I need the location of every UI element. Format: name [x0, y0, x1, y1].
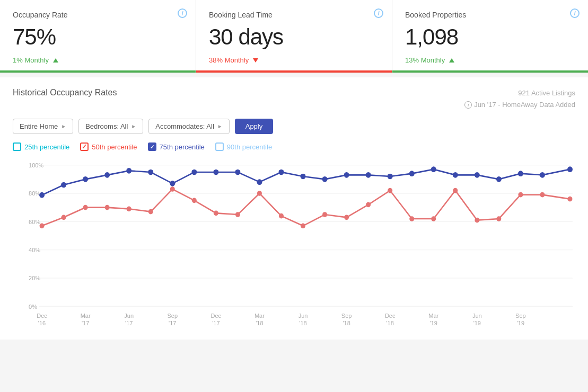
- legend: 25th percentile ✓ 50th percentile ✓ 75th…: [13, 142, 575, 151]
- p50-dot-9: [235, 212, 240, 218]
- p75-dot-11: [278, 170, 284, 175]
- p50-dot-10: [257, 191, 262, 197]
- legend-75th-label: 75th percentile: [160, 143, 205, 151]
- p75-dot-7: [191, 170, 197, 175]
- y-label-20: 20%: [29, 275, 40, 281]
- legend-25th[interactable]: 25th percentile: [13, 142, 69, 151]
- x-label-dec17-year: '17: [212, 320, 220, 326]
- x-label-dec18: Dec: [385, 313, 396, 319]
- p50-dot-20: [475, 218, 479, 223]
- booked-properties-trend-icon: [449, 58, 454, 63]
- p50-dot-16: [388, 188, 392, 193]
- p75-dot-22: [518, 171, 523, 177]
- x-label-jun19: Jun: [472, 313, 482, 319]
- legend-90th[interactable]: 90th percentile: [215, 142, 272, 151]
- p75-dot-12: [301, 174, 306, 180]
- booking-lead-time-bar: [196, 70, 392, 73]
- legend-50th[interactable]: ✓ 50th percentile: [80, 142, 137, 151]
- p75-dot-5: [148, 170, 153, 175]
- p50-dot-0: [40, 224, 45, 229]
- p75-dot-6: [170, 181, 175, 186]
- p75-dot-21: [496, 176, 502, 182]
- x-label-sep18: Sep: [341, 313, 352, 319]
- legend-90th-checkbox[interactable]: [215, 142, 224, 151]
- chart-header: Historical Occupancy Rates 921 Active Li…: [13, 88, 575, 110]
- property-type-chevron-icon: ►: [61, 123, 66, 129]
- p75-dot-20: [475, 172, 480, 178]
- p75-dot-19: [453, 172, 458, 178]
- p50-dot-14: [344, 215, 349, 220]
- x-label-jun17: Jun: [124, 313, 134, 319]
- booked-properties-value: 1,098: [405, 24, 575, 50]
- legend-25th-checkbox[interactable]: [13, 142, 21, 151]
- p50-dot-18: [431, 217, 436, 222]
- p75-dot-15: [366, 172, 371, 178]
- legend-25th-label: 25th percentile: [24, 143, 69, 151]
- p50-dot-11: [279, 213, 284, 219]
- booking-lead-time-monthly: 38% Monthly: [209, 56, 379, 64]
- p75-dot-1: [61, 182, 66, 188]
- x-label-sep17: Sep: [168, 313, 178, 319]
- p75-dot-18: [431, 167, 436, 173]
- legend-75th[interactable]: ✓ 75th percentile: [148, 142, 205, 151]
- accommodates-filter[interactable]: Accommodates: All ►: [148, 119, 229, 134]
- x-label-mar17: Mar: [81, 313, 91, 319]
- bedrooms-chevron-icon: ►: [131, 123, 136, 129]
- p50-dot-24: [567, 197, 572, 202]
- apply-button[interactable]: Apply: [235, 119, 274, 134]
- x-label-jun17-year: '17: [125, 320, 133, 326]
- line-chart: 100% 80% 60% 40% 20% 0%: [13, 159, 575, 329]
- p50-dot-19: [453, 188, 458, 193]
- booking-lead-time-title: Booking Lead Time: [209, 11, 379, 19]
- y-label-40: 40%: [29, 247, 40, 253]
- booking-lead-time-trend-icon: [253, 58, 258, 63]
- legend-50th-checkbox[interactable]: ✓: [80, 142, 89, 151]
- p75-dot-16: [388, 174, 393, 180]
- chart-svg: 100% 80% 60% 40% 20% 0%: [13, 159, 575, 329]
- data-note-icon: i: [464, 101, 472, 109]
- p50-dot-13: [322, 212, 327, 218]
- p50-dot-1: [62, 215, 66, 220]
- p75-dot-17: [409, 171, 415, 177]
- booked-properties-info-icon[interactable]: i: [570, 8, 580, 18]
- p75-dot-0: [39, 192, 45, 198]
- p50-dot-4: [127, 207, 131, 212]
- bedrooms-filter[interactable]: Bedrooms: All ►: [78, 119, 143, 134]
- x-label-dec17: Dec: [211, 313, 222, 319]
- accommodates-chevron-icon: ►: [217, 123, 223, 129]
- property-type-filter[interactable]: Entire Home ►: [13, 119, 73, 134]
- x-label-sep18-year: '18: [343, 320, 350, 326]
- bedrooms-label: Bedrooms: All: [85, 122, 128, 130]
- legend-75th-checkbox[interactable]: ✓: [148, 142, 156, 151]
- booking-lead-time-card: i Booking Lead Time 30 days 38% Monthly: [196, 0, 392, 73]
- booked-properties-monthly: 13% Monthly: [405, 56, 575, 64]
- occupancy-rate-value: 75%: [13, 24, 183, 50]
- p50-dot-17: [409, 217, 414, 222]
- p75-dot-23: [540, 172, 545, 178]
- occupancy-rate-info-icon[interactable]: i: [178, 8, 187, 18]
- x-label-jun19-year: '19: [473, 320, 481, 326]
- occupancy-rate-trend-icon: [53, 58, 58, 63]
- x-label-jun18: Jun: [299, 313, 308, 319]
- p75-line: [42, 170, 570, 195]
- occupancy-rate-title: Occupancy Rate: [13, 11, 183, 19]
- p75-dot-10: [257, 180, 262, 185]
- booking-lead-time-value: 30 days: [209, 24, 379, 50]
- booked-properties-title: Booked Properties: [405, 11, 575, 19]
- p75-dot-13: [322, 176, 328, 182]
- data-note: i Jun '17 - HomeAway Data Added: [464, 100, 575, 111]
- occupancy-rate-bar: [0, 70, 196, 73]
- p75-dot-2: [83, 176, 88, 182]
- p75-dot-8: [213, 170, 218, 175]
- p50-dot-22: [518, 192, 523, 198]
- x-label-dec16-year: '16: [38, 320, 46, 326]
- x-label-jun18-year: '18: [299, 320, 306, 326]
- booking-lead-time-info-icon[interactable]: i: [374, 8, 383, 18]
- x-label-mar18-year: '18: [256, 320, 263, 326]
- p75-dot-24: [567, 167, 573, 173]
- p75-dot-3: [104, 172, 110, 178]
- chart-meta: 921 Active Listings i Jun '17 - HomeAway…: [464, 88, 575, 110]
- top-cards-container: i Occupancy Rate 75% 1% Monthly i Bookin…: [0, 0, 588, 73]
- legend-90th-label: 90th percentile: [227, 143, 272, 151]
- x-label-dec18-year: '18: [387, 320, 394, 326]
